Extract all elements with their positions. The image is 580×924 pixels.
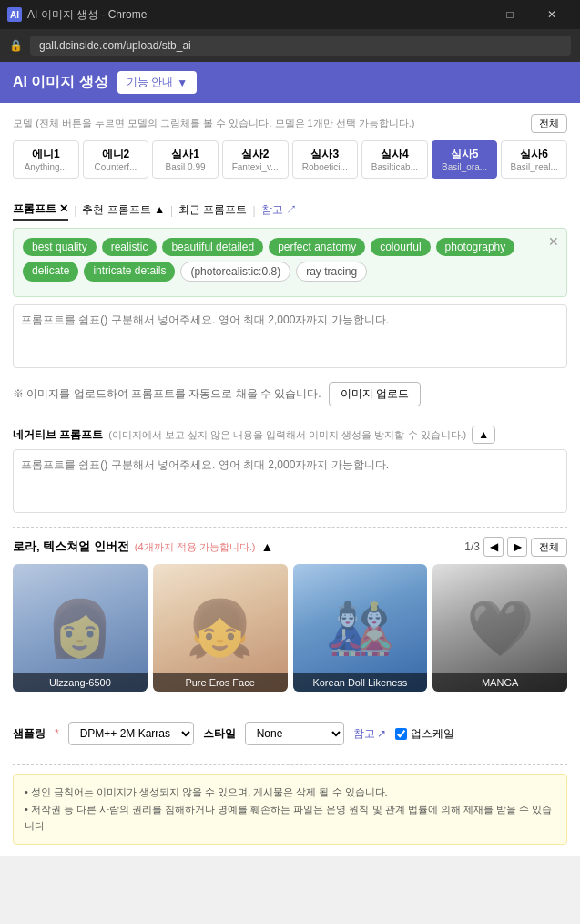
model-card[interactable]: 실사3 Roboetici...	[292, 140, 359, 179]
model-card-name: 실사6	[505, 147, 563, 162]
lora-prev-button[interactable]: ◀	[483, 537, 504, 557]
app-icon: AI	[7, 7, 22, 22]
prompt-tag[interactable]: beautiful detailed	[162, 238, 263, 256]
tab-prompt[interactable]: 프롬프트 ✕	[13, 200, 68, 221]
sampling-req: *	[55, 727, 59, 740]
model-card[interactable]: 실사2 Fantexi_v...	[222, 140, 289, 179]
prompt-textarea[interactable]	[13, 304, 567, 368]
model-card[interactable]: 실사6 Basil_real...	[501, 140, 567, 179]
prompt-tag[interactable]: (photorealistic:0.8)	[180, 262, 290, 282]
style-label: 스타일	[203, 726, 236, 742]
negative-title: 네거티브 프롬프트	[13, 427, 103, 443]
model-card-sub: Roboetici...	[297, 162, 354, 172]
upscale-label: 업스케일	[411, 726, 454, 742]
page-title: AI 이미지 생성	[13, 73, 108, 92]
model-card-sub: Counterf...	[87, 162, 145, 172]
lora-card-label: Korean Doll Likeness	[293, 673, 428, 692]
model-all-button[interactable]: 전체	[531, 114, 567, 133]
lora-note: (4개까지 적용 가능합니다.)	[135, 540, 256, 554]
model-card[interactable]: 에니2 Counterf...	[83, 140, 149, 179]
url-bar[interactable]: gall.dcinside.com/upload/stb_ai	[30, 36, 571, 56]
model-header: 모델 (전체 버튼을 누르면 모델의 그림체를 볼 수 있습니다. 모델은 1개…	[13, 114, 567, 133]
external-link-icon: ↗	[377, 727, 386, 740]
lora-pagination: 1/3 ◀ ▶ 전체	[464, 537, 567, 557]
notice-line: • 성인 금칙어는 이미지가 생성되지 않을 수 있으며, 게시물은 삭제 될 …	[25, 784, 555, 801]
model-card-name: 실사2	[227, 147, 284, 162]
prompt-tag[interactable]: colourful	[371, 238, 430, 256]
sampling-select[interactable]: DPM++ 2M KarrasEuler aEulerLMSHeunDPM2	[68, 722, 194, 745]
lock-icon: 🔒	[9, 39, 23, 52]
lora-page-info: 1/3	[464, 540, 480, 553]
negative-textarea-wrap	[13, 449, 567, 516]
sampling-label: 샘플링	[13, 726, 46, 742]
model-card[interactable]: 실사1 Basil 0.99	[152, 140, 219, 179]
titlebar: AI AI 이미지 생성 - Chrome — □ ✕	[0, 0, 580, 29]
prompt-tag[interactable]: realistic	[102, 238, 158, 256]
tab-recommended-prompt[interactable]: 추천 프롬프트 ▲	[82, 200, 165, 220]
negative-header: 네거티브 프롬프트 (이미지에서 보고 싶지 않은 내용을 입력해서 이미지 생…	[13, 426, 567, 444]
lora-card[interactable]: 👩Ulzzang-6500	[13, 564, 148, 692]
lora-header: 로라, 텍스쳐얼 인버전 (4개까지 적용 가능합니다.) ▲ 1/3 ◀ ▶ …	[13, 537, 567, 557]
model-card-name: 실사3	[297, 147, 354, 162]
style-select[interactable]: NoneAnimePhotographicDigital Art	[245, 722, 344, 745]
model-card[interactable]: 실사5 Basil_ora...	[432, 140, 498, 179]
lora-face-icon: 👧	[153, 564, 288, 692]
upload-note: ※ 이미지를 업로드하여 프롬프트를 자동으로 채울 수 있습니다.	[13, 386, 321, 402]
prompt-tag[interactable]: perfect anatomy	[269, 238, 365, 256]
model-card-name: 에니2	[87, 147, 145, 162]
guide-button[interactable]: 기능 안내 ▼	[117, 71, 197, 94]
upload-button[interactable]: 이미지 업로드	[329, 382, 421, 406]
model-card-name: 실사4	[366, 147, 423, 162]
lora-title: 로라, 텍스쳐얼 인버전 (4개까지 적용 가능합니다.) ▲	[13, 539, 273, 555]
lora-grid: 👩Ulzzang-6500👧Pure Eros Face🎎Korean Doll…	[13, 564, 567, 692]
lora-card[interactable]: 🎎Korean Doll Likeness	[293, 564, 428, 692]
model-section: 모델 (전체 버튼을 누르면 모델의 그림체를 볼 수 있습니다. 모델은 1개…	[13, 114, 567, 179]
lora-face-icon: 🖤	[432, 564, 567, 692]
main-content: 모델 (전체 버튼을 누르면 모델의 그림체를 볼 수 있습니다. 모델은 1개…	[0, 103, 580, 856]
prompt-tag[interactable]: ray tracing	[296, 262, 367, 282]
negative-toggle-button[interactable]: ▲	[472, 426, 495, 444]
upscale-check: 업스케일	[395, 726, 454, 742]
model-note: (전체 버튼을 누르면 모델의 그림체를 볼 수 있습니다. 모델은 1개만 선…	[36, 118, 414, 128]
tags-close-button[interactable]: ✕	[548, 234, 559, 249]
prompt-tag[interactable]: photography	[436, 238, 515, 256]
model-card-name: 실사5	[436, 147, 494, 162]
tab-reference[interactable]: 참고 ↗	[261, 202, 297, 218]
model-card-sub: Basil_real...	[505, 162, 563, 172]
upload-row: ※ 이미지를 업로드하여 프롬프트를 자동으로 채울 수 있습니다. 이미지 업…	[13, 382, 567, 406]
prompt-tag[interactable]: delicate	[23, 262, 78, 282]
model-card-sub: Fantexi_v...	[227, 162, 284, 172]
minimize-button[interactable]: —	[447, 0, 489, 29]
titlebar-title: AI 이미지 생성 - Chrome	[27, 7, 447, 23]
model-card[interactable]: 실사4 Basilticab...	[361, 140, 428, 179]
negative-section: 네거티브 프롬프트 (이미지에서 보고 싶지 않은 내용을 입력해서 이미지 생…	[13, 426, 567, 516]
lora-all-button[interactable]: 전체	[531, 538, 567, 557]
lora-card-label: MANGA	[432, 673, 567, 692]
tab-recent-prompt[interactable]: 최근 프롬프트	[178, 200, 247, 220]
window-controls: — □ ✕	[447, 0, 573, 29]
prompt-section: 프롬프트 ✕ | 추천 프롬프트 ▲ | 최근 프롬프트 | 참고 ↗ ✕ be…	[13, 200, 567, 371]
negative-textarea[interactable]	[13, 449, 567, 513]
prompt-tabs: 프롬프트 ✕ | 추천 프롬프트 ▲ | 최근 프롬프트 | 참고 ↗	[13, 200, 567, 221]
tags-box: ✕ best qualityrealisticbeautiful detaile…	[13, 228, 567, 297]
reference-link[interactable]: 참고 ↗	[353, 726, 386, 742]
notice-box: • 성인 금칙어는 이미지가 생성되지 않을 수 있으며, 게시물은 삭제 될 …	[13, 774, 567, 845]
lora-toggle-button[interactable]: ▲	[260, 539, 273, 554]
addressbar: 🔒 gall.dcinside.com/upload/stb_ai	[0, 29, 580, 62]
negative-note: (이미지에서 보고 싶지 않은 내용을 입력해서 이미지 생성을 방지할 수 있…	[108, 428, 466, 442]
model-grid: 에니1 Anything...에니2 Counterf...실사1 Basil …	[13, 140, 567, 179]
prompt-tag[interactable]: best quality	[23, 238, 97, 256]
model-card-sub: Basil 0.99	[157, 162, 214, 172]
lora-card[interactable]: 🖤MANGA	[432, 564, 567, 692]
upscale-checkbox[interactable]	[395, 728, 407, 740]
page-header: AI 이미지 생성 기능 안내 ▼	[0, 62, 580, 103]
lora-card[interactable]: 👧Pure Eros Face	[153, 564, 288, 692]
close-button[interactable]: ✕	[531, 0, 573, 29]
lora-next-button[interactable]: ▶	[507, 537, 527, 557]
maximize-button[interactable]: □	[489, 0, 531, 29]
prompt-tag[interactable]: intricate details	[84, 262, 175, 282]
lora-title-text: 로라, 텍스쳐얼 인버전	[13, 539, 129, 555]
model-card[interactable]: 에니1 Anything...	[13, 140, 79, 179]
lora-card-label: Pure Eros Face	[153, 673, 288, 692]
model-label: 모델 (전체 버튼을 누르면 모델의 그림체를 볼 수 있습니다. 모델은 1개…	[13, 117, 415, 130]
